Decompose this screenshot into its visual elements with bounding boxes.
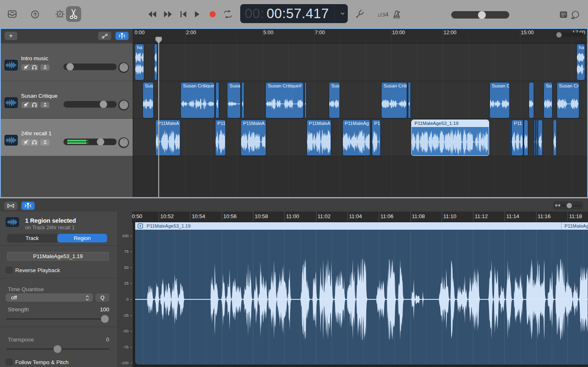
svg-text:?: ?: [33, 12, 37, 18]
